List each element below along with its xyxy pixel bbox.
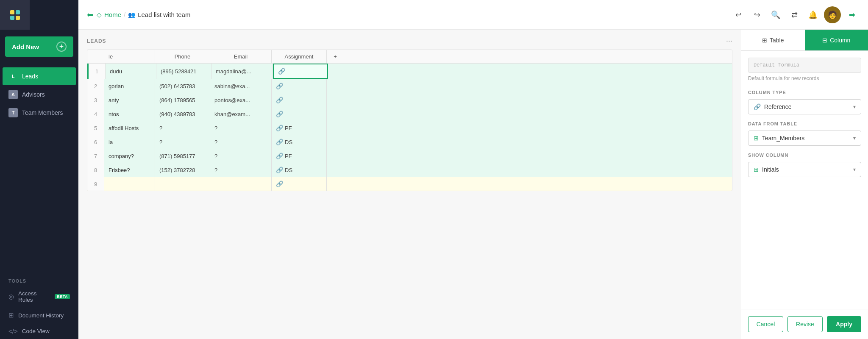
notification-button[interactable]: 🔔: [805, 7, 821, 22]
data-from-select[interactable]: ⊞ Team_Members ▾: [748, 131, 861, 146]
row-name-5[interactable]: affodil Hosts: [104, 121, 155, 135]
tab-column[interactable]: ⊟ Column: [805, 30, 868, 50]
avatar[interactable]: 🧑: [824, 6, 841, 23]
leads-label: Leads: [22, 73, 38, 80]
table-row: 8 Frisbee? (152) 3782728 ? 🔗 DS: [87, 163, 732, 177]
row-email-6[interactable]: ?: [210, 135, 272, 149]
row-name-6[interactable]: la: [104, 135, 155, 149]
sidebar-tool-document-history[interactable]: ⊞ Document History: [3, 308, 76, 323]
row-phone-3[interactable]: (864) 1789565: [155, 93, 210, 107]
row-phone-2[interactable]: (502) 6435783: [155, 79, 210, 93]
row-phone-8[interactable]: (152) 3782728: [155, 163, 210, 177]
data-from-label: DATA FROM TABLE: [748, 121, 861, 126]
row-name-4[interactable]: ntos: [104, 107, 155, 121]
logo-dot-3: [10, 16, 14, 20]
col-header-email[interactable]: Email: [210, 50, 272, 63]
link-icon-2: 🔗: [276, 83, 283, 89]
nav-back-icon[interactable]: ⬅: [87, 10, 93, 19]
col-header-assignment[interactable]: Assignment: [272, 50, 327, 63]
row-phone-1[interactable]: (895) 5288421: [156, 64, 211, 79]
cancel-button[interactable]: Cancel: [748, 316, 783, 332]
row-email-2[interactable]: sabina@exa...: [210, 79, 272, 93]
row-name-2[interactable]: gorian: [104, 79, 155, 93]
col-header-name[interactable]: le: [104, 50, 155, 63]
sidebar-item-team-members[interactable]: T Team Members: [3, 104, 76, 122]
advisors-label: Advisors: [22, 91, 45, 98]
undo-button[interactable]: ↩: [731, 7, 746, 22]
row-assign-7[interactable]: 🔗 PF: [272, 149, 327, 163]
row-phone-9[interactable]: [155, 177, 210, 191]
row-num-7: 7: [87, 149, 104, 163]
share-button[interactable]: ⇄: [787, 7, 802, 22]
sidebar-tool-code-view[interactable]: </> Code View: [3, 324, 76, 339]
row-phone-7[interactable]: (871) 5985177: [155, 149, 210, 163]
row-email-8[interactable]: ?: [210, 163, 272, 177]
show-col-label: SHOW COLUMN: [748, 153, 861, 158]
document-history-icon: ⊞: [8, 311, 14, 319]
row-assign-4[interactable]: 🔗: [272, 107, 327, 121]
app-logo: [0, 0, 30, 30]
row-email-9[interactable]: [210, 177, 272, 191]
row-name-7[interactable]: company?: [104, 149, 155, 163]
logo-grid: [10, 10, 20, 20]
sidebar-item-leads[interactable]: L Leads: [3, 67, 76, 85]
show-col-select[interactable]: ⊞ Initials ▾: [748, 162, 861, 177]
row-name-9[interactable]: [104, 177, 155, 191]
logo-dot-2: [16, 10, 20, 14]
show-col-value: Initials: [762, 166, 779, 173]
row-email-7[interactable]: ?: [210, 149, 272, 163]
row-assign-2[interactable]: 🔗: [272, 79, 327, 93]
sidebar-nav: L Leads A Advisors T Team Members: [0, 64, 78, 274]
nav-forward-icon[interactable]: ➡: [844, 7, 860, 22]
row-name-1[interactable]: dudu: [106, 64, 156, 79]
sidebar-item-advisors[interactable]: A Advisors: [3, 86, 76, 103]
table-icon: ⊞: [754, 135, 759, 142]
sidebar: Add New + L Leads A Advisors T Team Memb…: [0, 0, 78, 339]
link-icon-4: 🔗: [276, 111, 283, 117]
advisors-icon: A: [8, 90, 18, 99]
show-col-icon: ⊞: [754, 166, 759, 173]
row-num-6: 6: [87, 135, 104, 149]
row-email-5[interactable]: ?: [210, 121, 272, 135]
row-phone-4[interactable]: (940) 4389783: [155, 107, 210, 121]
sidebar-tool-access-rules[interactable]: ◎ Access Rules BETA: [3, 286, 76, 307]
add-column-button[interactable]: +: [327, 50, 344, 63]
data-from-select-left: ⊞ Team_Members: [754, 135, 804, 142]
row-num-5: 5: [87, 121, 104, 135]
logo-dot-4: [16, 16, 20, 20]
tab-table[interactable]: ⊞ Table: [741, 30, 805, 50]
table-menu-button[interactable]: ···: [726, 36, 732, 45]
row-assign-9[interactable]: 🔗: [272, 177, 327, 191]
row-phone-5[interactable]: ?: [155, 121, 210, 135]
col-type-label: COLUMN TYPE: [748, 90, 861, 95]
breadcrumb-home[interactable]: Home: [104, 11, 121, 18]
row-assign-1[interactable]: 🔗: [273, 64, 328, 79]
row-assign-3[interactable]: 🔗: [272, 93, 327, 107]
search-button[interactable]: 🔍: [768, 7, 783, 22]
col-type-select[interactable]: 🔗 Reference ▾: [748, 99, 861, 114]
add-new-button[interactable]: Add New +: [5, 36, 73, 57]
tab-table-label: Table: [770, 37, 784, 44]
apply-button[interactable]: Apply: [827, 316, 861, 332]
row-email-4[interactable]: khan@exam...: [210, 107, 272, 121]
col-header-phone[interactable]: Phone: [155, 50, 210, 63]
row-assign-5[interactable]: 🔗 PF: [272, 121, 327, 135]
row-num-3: 3: [87, 93, 104, 107]
tools-header: TOOLS: [0, 274, 78, 286]
row-name-8[interactable]: Frisbee?: [104, 163, 155, 177]
link-icon-8: 🔗: [276, 167, 283, 173]
redo-button[interactable]: ↪: [749, 7, 765, 22]
row-assign-6[interactable]: 🔗 DS: [272, 135, 327, 149]
row-phone-6[interactable]: ?: [155, 135, 210, 149]
table-row: 3 anty (864) 1789565 pontos@exa... 🔗: [87, 93, 732, 107]
row-assign-8[interactable]: 🔗 DS: [272, 163, 327, 177]
row-assign-val-7: PF: [285, 153, 292, 159]
link-icon-1: 🔗: [278, 68, 285, 75]
table-tab-icon: ⊞: [762, 37, 767, 44]
breadcrumb-users-icon: 👥: [128, 11, 135, 18]
breadcrumb: ◇ Home / 👥 Lead list with team: [97, 11, 190, 19]
row-name-3[interactable]: anty: [104, 93, 155, 107]
revise-button[interactable]: Revise: [787, 316, 823, 332]
row-email-3[interactable]: pontos@exa...: [210, 93, 272, 107]
row-email-1[interactable]: magdalina@...: [211, 64, 273, 79]
